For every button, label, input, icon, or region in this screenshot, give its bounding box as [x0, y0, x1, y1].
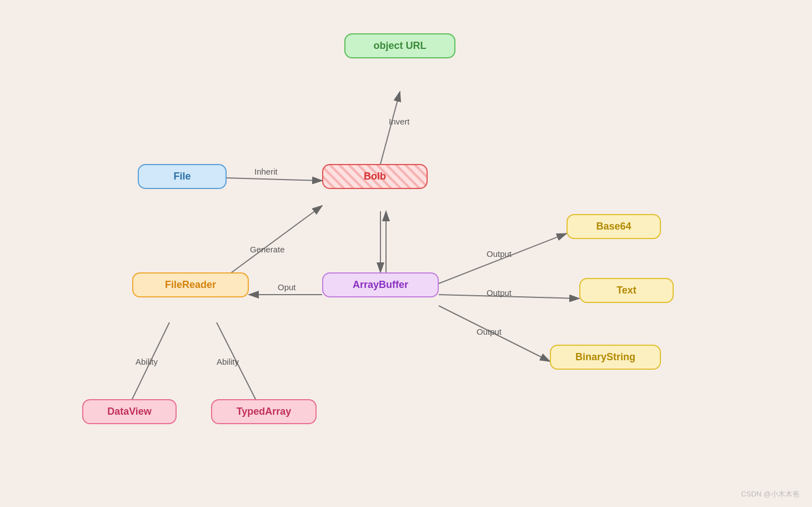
node-base64: Base64 — [567, 214, 661, 239]
arrows-svg — [0, 0, 812, 507]
label-output-text: Output — [487, 288, 512, 297]
label-output-binarystring: Output — [477, 327, 502, 336]
node-arraybuffer-label: ArrayBuffer — [353, 279, 408, 291]
svg-line-9 — [439, 295, 579, 299]
node-binarystring-label: BinaryString — [575, 351, 635, 363]
node-objecturl-label: object URL — [373, 40, 426, 52]
label-ability-typedarray: Ability — [217, 357, 239, 366]
node-arraybuffer: ArrayBuffer — [322, 272, 439, 297]
node-filereader-label: FileReader — [165, 279, 216, 291]
node-dataview-label: DataView — [107, 406, 152, 417]
node-binarystring: BinaryString — [550, 345, 661, 370]
node-file: File — [138, 164, 227, 189]
svg-line-12 — [217, 322, 255, 399]
svg-line-10 — [439, 306, 550, 361]
diagram-container: Invert Inherit Generate Oput Output Outp… — [0, 0, 812, 507]
svg-line-6 — [217, 206, 322, 284]
svg-line-11 — [132, 322, 169, 399]
node-dataview: DataView — [82, 399, 177, 424]
label-invert: Invert — [389, 117, 410, 126]
node-base64-label: Base64 — [596, 221, 631, 232]
node-typedarray: TypedArray — [211, 399, 317, 424]
node-filereader: FileReader — [132, 272, 249, 297]
node-file-label: File — [173, 171, 191, 182]
label-oput: Oput — [278, 282, 296, 292]
node-text: Text — [579, 278, 674, 303]
label-output-base64: Output — [487, 249, 512, 259]
node-text-label: Text — [616, 285, 636, 296]
node-blob: Bolb — [322, 164, 428, 189]
node-blob-label: Bolb — [364, 171, 386, 182]
svg-line-3 — [227, 178, 322, 181]
label-inherit: Inherit — [254, 167, 278, 176]
node-typedarray-label: TypedArray — [237, 406, 292, 417]
label-ability-dataview: Ability — [136, 357, 158, 366]
node-objecturl: object URL — [344, 33, 455, 58]
svg-line-2 — [380, 92, 400, 164]
watermark: CSDN @小木木爸 — [741, 489, 800, 499]
svg-line-8 — [439, 233, 567, 284]
label-generate: Generate — [250, 245, 285, 254]
